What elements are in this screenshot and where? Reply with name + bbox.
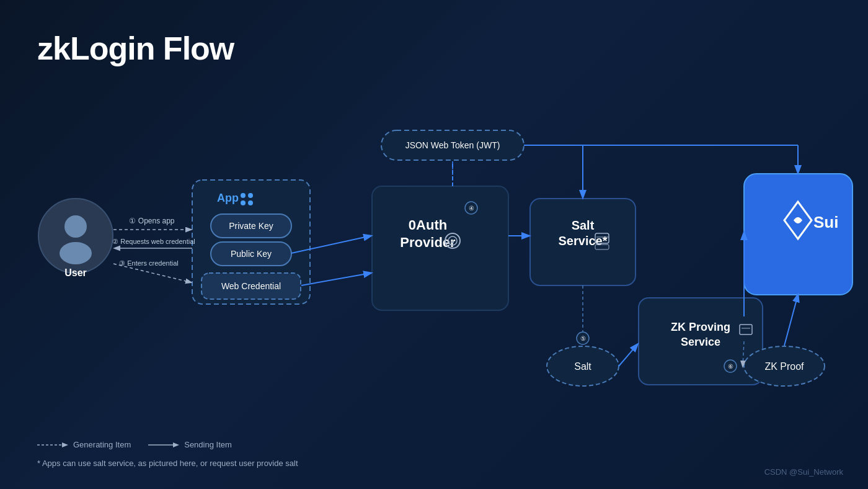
- svg-text:User: User: [64, 267, 87, 278]
- svg-text:Provider: Provider: [400, 235, 456, 250]
- svg-text:0Auth: 0Auth: [409, 217, 447, 233]
- svg-point-7: [248, 193, 253, 198]
- page-title: zkLogin Flow: [37, 30, 234, 67]
- svg-text:Salt: Salt: [574, 361, 591, 372]
- watermark: CSDN @Sui_Network: [764, 467, 843, 477]
- legend-solid-label: Sending Item: [184, 440, 232, 449]
- svg-line-48: [301, 273, 371, 285]
- svg-text:JSON Web Token (JWT): JSON Web Token (JWT): [405, 140, 500, 150]
- legend-dotted-label: Generating Item: [73, 440, 131, 449]
- svg-text:Public Key: Public Key: [231, 249, 272, 259]
- footnote: * Apps can use salt service, as pictured…: [37, 459, 298, 468]
- svg-point-6: [241, 193, 246, 198]
- svg-rect-39: [744, 174, 852, 295]
- svg-point-8: [241, 200, 246, 205]
- svg-point-9: [248, 200, 253, 205]
- svg-text:ZK Proving: ZK Proving: [671, 321, 730, 333]
- svg-text:ZK Proof: ZK Proof: [764, 361, 804, 372]
- svg-text:⑤: ⑤: [580, 335, 586, 342]
- svg-line-66: [784, 295, 798, 346]
- svg-text:Sui: Sui: [813, 213, 838, 231]
- legend: Generating Item Sending Item: [37, 440, 232, 453]
- svg-text:Service*: Service*: [559, 234, 608, 248]
- svg-point-23: [451, 241, 454, 243]
- svg-text:Private Key: Private Key: [229, 221, 273, 231]
- svg-text:Salt: Salt: [572, 218, 595, 232]
- svg-text:③ Enters credential: ③ Enters credential: [119, 259, 179, 267]
- svg-line-62: [619, 344, 637, 366]
- svg-text:App: App: [217, 192, 239, 204]
- flow-diagram: User App Private Key Public Key Web Cred…: [0, 93, 868, 453]
- svg-text:Web Credential: Web Credential: [221, 281, 281, 291]
- svg-text:② Requests web credential: ② Requests web credential: [112, 238, 195, 245]
- svg-text:Service: Service: [681, 336, 720, 348]
- svg-point-1: [64, 215, 87, 238]
- svg-marker-73: [173, 442, 179, 447]
- svg-text:⑥: ⑥: [728, 363, 733, 370]
- svg-point-2: [60, 242, 92, 264]
- svg-marker-71: [62, 442, 68, 447]
- svg-text:① Opens app: ① Opens app: [129, 217, 174, 225]
- svg-text:④: ④: [469, 205, 474, 212]
